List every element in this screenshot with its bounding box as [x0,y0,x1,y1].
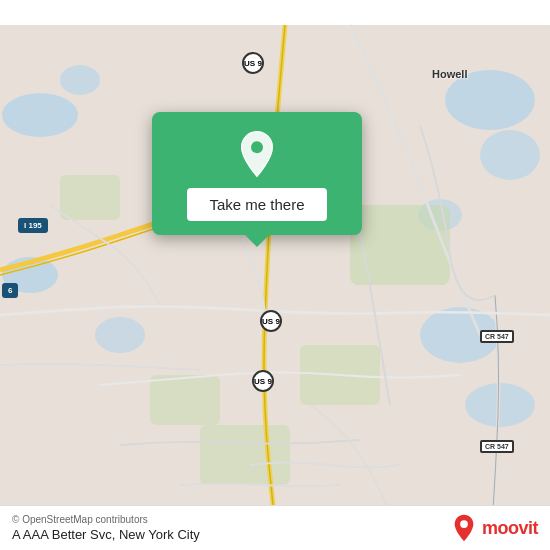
bottom-info: © OpenStreetMap contributors A AAA Bette… [12,514,200,542]
svg-point-4 [480,130,540,180]
svg-rect-12 [150,375,220,425]
us9-shield-mid1: US 9 [260,310,282,332]
svg-point-16 [460,520,468,528]
cr547-shield-bot: CR 547 [480,440,514,453]
moovit-logo: moovit [450,514,538,542]
attribution-text: © OpenStreetMap contributors [12,514,200,525]
svg-rect-13 [60,175,120,220]
svg-point-1 [2,93,78,137]
us9-shield-top: US 9 [242,52,264,74]
i195-shield: I 195 [18,218,48,233]
svg-rect-14 [200,425,290,485]
svg-point-9 [95,317,145,353]
cr547-shield-top: CR 547 [480,330,514,343]
moovit-pin-icon [450,514,478,542]
location-popup: Take me there [152,112,362,235]
howell-label: Howell [432,68,467,80]
map-container: US 9 I 195 US 9 US 9 6 CR 547 CR 547 How… [0,0,550,550]
bottom-bar: © OpenStreetMap contributors A AAA Bette… [0,505,550,550]
moovit-brand-text: moovit [482,518,538,539]
take-me-there-button[interactable]: Take me there [187,188,326,221]
svg-rect-10 [350,205,450,285]
us9-shield-mid2: US 9 [252,370,274,392]
i6-shield: 6 [2,283,18,298]
location-name-label: A AAA Better Svc, New York City [12,527,200,542]
svg-point-2 [60,65,100,95]
location-pin-icon [233,130,281,178]
svg-point-15 [251,141,263,153]
